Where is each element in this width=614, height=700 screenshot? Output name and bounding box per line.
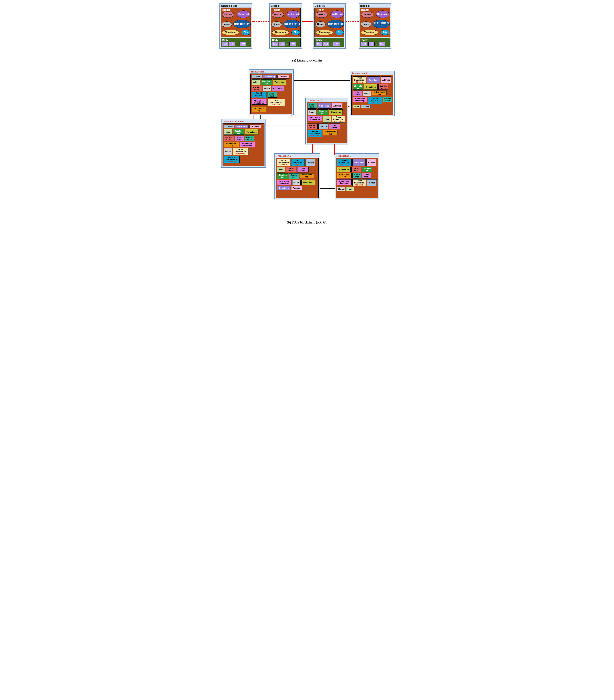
tx-title: Genesis transaction <box>223 120 265 123</box>
tx-item: TX1 <box>272 42 278 46</box>
block-title: Block m <box>360 4 390 7</box>
block-body: Body TX1 TX2 … TXN <box>221 38 251 47</box>
ellipse-version: Version <box>316 12 328 18</box>
field-bundle: Bundle hash <box>289 173 299 179</box>
field-address: Address <box>277 75 289 78</box>
field-txhash: Tx hash <box>306 159 315 166</box>
block-genesis: Genesis block Header Version Merkle root… <box>219 3 252 49</box>
tx-title: Transaction 1 <box>251 70 292 73</box>
ellipse-merkle: Merkle root <box>330 11 344 18</box>
tx-ellipsis: … <box>286 43 288 45</box>
field-txhash: Tx hash <box>318 124 328 129</box>
field-branch: Branch transaction =H(Tx=3) <box>337 159 352 166</box>
tx-title: Transaction 2 <box>276 154 319 157</box>
field-obs: Obsolete tag <box>261 79 272 85</box>
block-title: Genesis block <box>221 4 251 7</box>
blockchain-diagram: Genesis block Header Version Merkle root… <box>218 3 396 224</box>
field-atttag: Attachment tag <box>337 173 352 178</box>
tx-item: TX2 <box>279 42 285 46</box>
block-body: Body TX1 TX2 … TXN <box>360 38 390 47</box>
tx-item: TXN <box>290 42 296 46</box>
field-address: Address <box>381 76 391 83</box>
ellipse-merkle: Merkle root <box>376 11 389 18</box>
field-timestamp: Timestamp <box>364 84 378 90</box>
field-obs: Obsolete tag <box>317 110 328 115</box>
field-trunk: Trunk transaction= = H(Tx=0) <box>268 99 285 106</box>
caption-b: (b) DAG blockchain (IOTA). <box>218 221 396 224</box>
block-body: Body TX1 TX2 … TXN <box>271 38 300 47</box>
field-address: Address <box>291 186 302 190</box>
field-branch: Branch transaction = H(Tx=3) <box>368 97 382 104</box>
field-bundle: Bundle hash <box>268 92 277 98</box>
ellipse-hash: Hash of block i-1 <box>283 20 300 28</box>
field-obs: Obsolete tag <box>233 129 244 135</box>
field-bundle: Bundle hash <box>353 173 361 178</box>
ellipse-bits: Bits <box>335 30 344 35</box>
field-lastidx: Last index <box>362 173 371 178</box>
ellipse-bits: Bits <box>242 30 250 35</box>
field-branch: Branch transaction = H(Tx=2) <box>308 130 322 137</box>
field-address: Address <box>366 159 376 166</box>
ellipse-hash: Hash of block 0 <box>233 20 250 28</box>
field-trunk: Trunk transaction =H(Tx=1) <box>353 76 366 83</box>
tx-title: Transaction 5 <box>336 154 378 157</box>
block-header: Header Version Merkle root Nonce Hash of… <box>360 8 390 37</box>
tx-item: TX1 <box>361 42 367 46</box>
field-signed: SignedMsg <box>367 76 380 83</box>
block-m: Block m Header Version Merkle root Nonce… <box>359 3 391 49</box>
block-title: Block i+1 <box>315 4 344 7</box>
tx-ellipsis: … <box>236 43 238 45</box>
field-value: value <box>224 129 232 135</box>
field-signed: SignedMsg <box>318 103 331 109</box>
field-lastidx: Last index <box>235 136 244 141</box>
field-curidx: Current index <box>251 86 262 91</box>
tx-item: TX2 <box>323 42 329 46</box>
field-atttag: Attachment tag <box>251 107 267 112</box>
tx-ellipsis: … <box>330 43 332 45</box>
block-header: Header Version Merkle root Nonce Hash of… <box>221 8 251 37</box>
caption-a: (a) Linear blockchain <box>218 59 396 62</box>
field-obs: Obsolete tag <box>362 167 372 172</box>
field-trunk: Trunk transaction = H(Tx=0) <box>332 116 345 123</box>
dag-blockchain-section: Genesis transaction Tx hash SignedMsg Ad… <box>218 69 396 219</box>
block-header: Header Version Merkle root Nonce Hash of… <box>315 8 344 37</box>
ellipse-bits: Bits <box>381 30 389 35</box>
field-trunk: Trunk transaction = H(Tx=0) <box>277 159 291 166</box>
tx-body: Tx hash SignedMsg Address value Obsolete… <box>222 123 265 166</box>
tx-body: Branch transaction =H(Tx=3) SignedMsg Ad… <box>336 158 378 198</box>
tx-4: Transaction 4 Trunk transaction =H(Tx=1)… <box>350 71 395 116</box>
ellipse-hash: Hash of block i <box>327 20 344 28</box>
tx-item: TX2 <box>229 42 235 46</box>
field-attts: Attachment timestamp <box>308 116 322 121</box>
field-bundle: Bundle hash <box>308 103 317 109</box>
field-timestamp: Timestamp <box>302 180 315 185</box>
block-i1: Block i+1 Header Version Merkle root Non… <box>313 3 346 49</box>
field-txhash: Tx hash <box>224 125 234 128</box>
tx-title: Transaction 4 <box>352 72 393 75</box>
field-timestamp: Timestamp <box>273 79 286 85</box>
block-body: Body TX1 TX2 … TXN <box>315 38 344 47</box>
field-trunk: Trunk transaction =H (Tx=0) <box>233 148 249 155</box>
field-obs: Obsolete tag <box>353 84 363 90</box>
field-attts: Attachment timestamp <box>277 180 292 185</box>
field-curidx: Current index <box>308 124 318 129</box>
field-lastidx: Last index <box>297 167 309 173</box>
field-signed: SignedMsg <box>277 186 291 190</box>
field-curidx: Current index <box>378 84 388 90</box>
field-signed: SignedMsg <box>353 159 366 166</box>
field-txhash: Tx hash <box>361 104 371 109</box>
ellipse-timestamp: Timestamp <box>272 30 289 35</box>
ellipse-nonce: Nonce <box>271 22 282 27</box>
tx-item: TXN <box>333 42 340 46</box>
field-nonce: Nonce <box>337 187 345 191</box>
field-curidx: Current index <box>286 167 296 172</box>
field-txhash: Tx hash <box>251 75 262 78</box>
field-branch: Branch transaction = H(Tx=0) <box>224 156 240 163</box>
field-lastidx: Last index <box>353 90 362 96</box>
ellipse-nonce: Nonce <box>315 22 326 27</box>
ellipse-version: Version <box>361 12 373 18</box>
field-address: Address <box>332 103 342 109</box>
field-attts: Attachment timestamp <box>337 179 352 185</box>
ellipse-nonce: Nonce <box>222 22 232 27</box>
field-bundle: Bundle hash <box>245 136 254 141</box>
